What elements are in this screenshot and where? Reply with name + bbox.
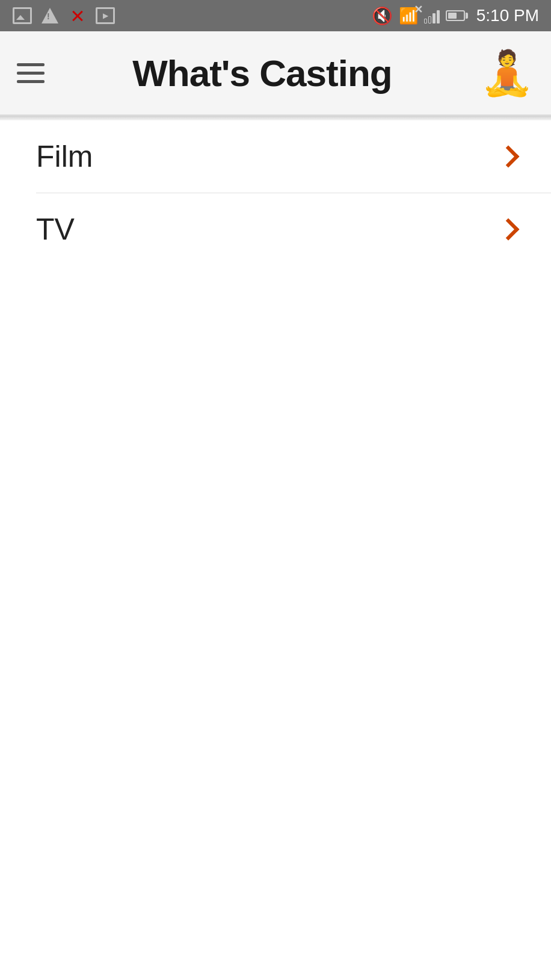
close-icon [67,5,88,26]
battery-icon [446,10,468,21]
list-item-film[interactable]: Film [0,120,551,193]
chevron-right-icon-film [499,146,521,167]
hamburger-menu-button[interactable] [17,63,45,83]
empty-content [0,265,551,980]
status-time: 5:10 PM [476,6,539,25]
film-label: Film [36,139,93,174]
content-area: Film TV [0,120,551,980]
app-title: What's Casting [132,52,392,95]
chevron-right-icon-tv [499,219,521,240]
download-icon [95,5,115,26]
status-bar-left-icons [12,5,115,26]
app-bar-shadow [0,116,551,120]
list-item-tv[interactable]: TV [0,193,551,265]
warning-icon [40,5,60,26]
wifi-icon: 📶 ✕ [399,7,418,25]
image-icon [12,5,32,26]
tv-label: TV [36,212,75,247]
app-bar: What's Casting 🧘 [0,31,551,116]
status-bar: 🔇 📶 ✕ 5:10 PM [0,0,551,31]
signal-icon [424,8,440,23]
app-logo: 🧘 [480,46,534,100]
status-bar-right-icons: 🔇 📶 ✕ 5:10 PM [372,6,539,26]
mute-icon: 🔇 [372,6,393,26]
